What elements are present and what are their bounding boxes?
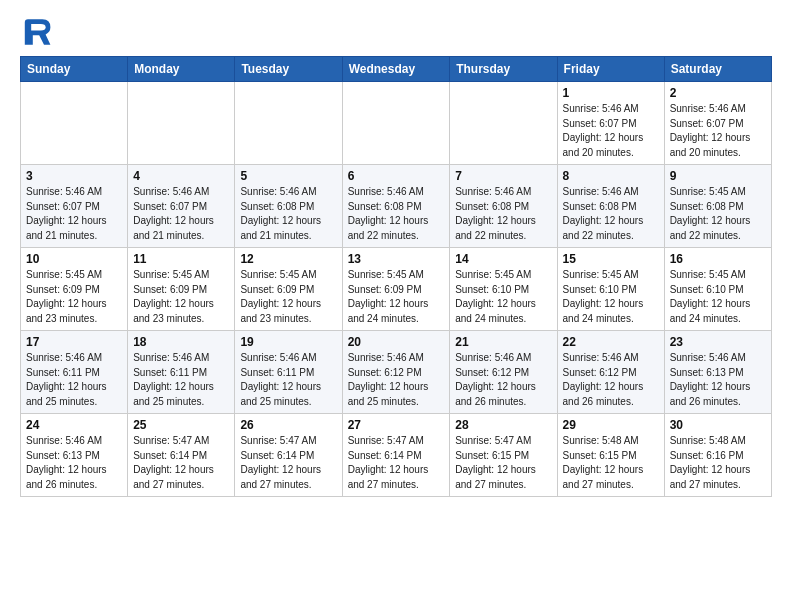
page-header <box>20 16 772 48</box>
weekday-header: Friday <box>557 57 664 82</box>
calendar-cell: 16Sunrise: 5:45 AM Sunset: 6:10 PM Dayli… <box>664 248 771 331</box>
logo-icon <box>20 16 52 48</box>
calendar-cell: 6Sunrise: 5:46 AM Sunset: 6:08 PM Daylig… <box>342 165 450 248</box>
calendar-cell: 17Sunrise: 5:46 AM Sunset: 6:11 PM Dayli… <box>21 331 128 414</box>
calendar-cell: 30Sunrise: 5:48 AM Sunset: 6:16 PM Dayli… <box>664 414 771 497</box>
day-info: Sunrise: 5:45 AM Sunset: 6:08 PM Dayligh… <box>670 185 766 243</box>
calendar-cell: 12Sunrise: 5:45 AM Sunset: 6:09 PM Dayli… <box>235 248 342 331</box>
day-info: Sunrise: 5:45 AM Sunset: 6:09 PM Dayligh… <box>133 268 229 326</box>
weekday-header: Sunday <box>21 57 128 82</box>
day-number: 1 <box>563 86 659 100</box>
day-number: 16 <box>670 252 766 266</box>
weekday-header: Tuesday <box>235 57 342 82</box>
weekday-header: Saturday <box>664 57 771 82</box>
weekday-header: Thursday <box>450 57 557 82</box>
day-info: Sunrise: 5:46 AM Sunset: 6:07 PM Dayligh… <box>133 185 229 243</box>
calendar-cell: 23Sunrise: 5:46 AM Sunset: 6:13 PM Dayli… <box>664 331 771 414</box>
day-info: Sunrise: 5:46 AM Sunset: 6:12 PM Dayligh… <box>348 351 445 409</box>
day-number: 29 <box>563 418 659 432</box>
weekday-header: Wednesday <box>342 57 450 82</box>
day-info: Sunrise: 5:45 AM Sunset: 6:10 PM Dayligh… <box>670 268 766 326</box>
day-number: 20 <box>348 335 445 349</box>
calendar-cell: 20Sunrise: 5:46 AM Sunset: 6:12 PM Dayli… <box>342 331 450 414</box>
calendar-cell: 13Sunrise: 5:45 AM Sunset: 6:09 PM Dayli… <box>342 248 450 331</box>
day-info: Sunrise: 5:45 AM Sunset: 6:09 PM Dayligh… <box>348 268 445 326</box>
day-info: Sunrise: 5:46 AM Sunset: 6:08 PM Dayligh… <box>240 185 336 243</box>
calendar-cell: 4Sunrise: 5:46 AM Sunset: 6:07 PM Daylig… <box>128 165 235 248</box>
day-info: Sunrise: 5:47 AM Sunset: 6:15 PM Dayligh… <box>455 434 551 492</box>
day-number: 17 <box>26 335 122 349</box>
day-info: Sunrise: 5:46 AM Sunset: 6:07 PM Dayligh… <box>563 102 659 160</box>
calendar-cell: 21Sunrise: 5:46 AM Sunset: 6:12 PM Dayli… <box>450 331 557 414</box>
day-number: 27 <box>348 418 445 432</box>
calendar-cell: 8Sunrise: 5:46 AM Sunset: 6:08 PM Daylig… <box>557 165 664 248</box>
day-info: Sunrise: 5:46 AM Sunset: 6:08 PM Dayligh… <box>348 185 445 243</box>
calendar-cell <box>450 82 557 165</box>
weekday-header: Monday <box>128 57 235 82</box>
calendar-cell: 25Sunrise: 5:47 AM Sunset: 6:14 PM Dayli… <box>128 414 235 497</box>
day-info: Sunrise: 5:46 AM Sunset: 6:07 PM Dayligh… <box>670 102 766 160</box>
calendar-cell: 15Sunrise: 5:45 AM Sunset: 6:10 PM Dayli… <box>557 248 664 331</box>
calendar-cell: 7Sunrise: 5:46 AM Sunset: 6:08 PM Daylig… <box>450 165 557 248</box>
calendar-cell: 18Sunrise: 5:46 AM Sunset: 6:11 PM Dayli… <box>128 331 235 414</box>
day-number: 23 <box>670 335 766 349</box>
day-number: 3 <box>26 169 122 183</box>
calendar-cell: 28Sunrise: 5:47 AM Sunset: 6:15 PM Dayli… <box>450 414 557 497</box>
day-number: 13 <box>348 252 445 266</box>
day-info: Sunrise: 5:46 AM Sunset: 6:08 PM Dayligh… <box>563 185 659 243</box>
day-number: 15 <box>563 252 659 266</box>
day-number: 24 <box>26 418 122 432</box>
calendar-cell: 11Sunrise: 5:45 AM Sunset: 6:09 PM Dayli… <box>128 248 235 331</box>
day-info: Sunrise: 5:47 AM Sunset: 6:14 PM Dayligh… <box>348 434 445 492</box>
calendar-cell <box>235 82 342 165</box>
day-info: Sunrise: 5:45 AM Sunset: 6:09 PM Dayligh… <box>26 268 122 326</box>
day-number: 18 <box>133 335 229 349</box>
calendar-cell: 14Sunrise: 5:45 AM Sunset: 6:10 PM Dayli… <box>450 248 557 331</box>
calendar-cell: 26Sunrise: 5:47 AM Sunset: 6:14 PM Dayli… <box>235 414 342 497</box>
day-info: Sunrise: 5:46 AM Sunset: 6:12 PM Dayligh… <box>455 351 551 409</box>
day-info: Sunrise: 5:46 AM Sunset: 6:11 PM Dayligh… <box>133 351 229 409</box>
day-info: Sunrise: 5:47 AM Sunset: 6:14 PM Dayligh… <box>133 434 229 492</box>
calendar-cell: 5Sunrise: 5:46 AM Sunset: 6:08 PM Daylig… <box>235 165 342 248</box>
calendar-cell: 27Sunrise: 5:47 AM Sunset: 6:14 PM Dayli… <box>342 414 450 497</box>
calendar-cell: 24Sunrise: 5:46 AM Sunset: 6:13 PM Dayli… <box>21 414 128 497</box>
day-info: Sunrise: 5:48 AM Sunset: 6:15 PM Dayligh… <box>563 434 659 492</box>
day-info: Sunrise: 5:46 AM Sunset: 6:11 PM Dayligh… <box>26 351 122 409</box>
day-number: 25 <box>133 418 229 432</box>
day-number: 4 <box>133 169 229 183</box>
calendar-cell: 29Sunrise: 5:48 AM Sunset: 6:15 PM Dayli… <box>557 414 664 497</box>
day-info: Sunrise: 5:46 AM Sunset: 6:13 PM Dayligh… <box>670 351 766 409</box>
day-number: 8 <box>563 169 659 183</box>
day-number: 19 <box>240 335 336 349</box>
day-number: 26 <box>240 418 336 432</box>
calendar-cell <box>21 82 128 165</box>
day-info: Sunrise: 5:46 AM Sunset: 6:08 PM Dayligh… <box>455 185 551 243</box>
day-info: Sunrise: 5:46 AM Sunset: 6:12 PM Dayligh… <box>563 351 659 409</box>
day-number: 10 <box>26 252 122 266</box>
day-info: Sunrise: 5:45 AM Sunset: 6:10 PM Dayligh… <box>455 268 551 326</box>
calendar-cell <box>342 82 450 165</box>
day-info: Sunrise: 5:46 AM Sunset: 6:11 PM Dayligh… <box>240 351 336 409</box>
day-number: 9 <box>670 169 766 183</box>
day-number: 5 <box>240 169 336 183</box>
calendar-table: SundayMondayTuesdayWednesdayThursdayFrid… <box>20 56 772 497</box>
calendar-cell: 2Sunrise: 5:46 AM Sunset: 6:07 PM Daylig… <box>664 82 771 165</box>
day-number: 2 <box>670 86 766 100</box>
day-info: Sunrise: 5:48 AM Sunset: 6:16 PM Dayligh… <box>670 434 766 492</box>
calendar-cell <box>128 82 235 165</box>
day-number: 7 <box>455 169 551 183</box>
calendar-cell: 3Sunrise: 5:46 AM Sunset: 6:07 PM Daylig… <box>21 165 128 248</box>
day-info: Sunrise: 5:46 AM Sunset: 6:13 PM Dayligh… <box>26 434 122 492</box>
day-info: Sunrise: 5:47 AM Sunset: 6:14 PM Dayligh… <box>240 434 336 492</box>
day-number: 22 <box>563 335 659 349</box>
day-number: 14 <box>455 252 551 266</box>
calendar-cell: 22Sunrise: 5:46 AM Sunset: 6:12 PM Dayli… <box>557 331 664 414</box>
day-number: 28 <box>455 418 551 432</box>
calendar-cell: 1Sunrise: 5:46 AM Sunset: 6:07 PM Daylig… <box>557 82 664 165</box>
day-number: 30 <box>670 418 766 432</box>
day-number: 6 <box>348 169 445 183</box>
calendar-cell: 10Sunrise: 5:45 AM Sunset: 6:09 PM Dayli… <box>21 248 128 331</box>
logo <box>20 16 56 48</box>
calendar-cell: 9Sunrise: 5:45 AM Sunset: 6:08 PM Daylig… <box>664 165 771 248</box>
day-info: Sunrise: 5:45 AM Sunset: 6:09 PM Dayligh… <box>240 268 336 326</box>
